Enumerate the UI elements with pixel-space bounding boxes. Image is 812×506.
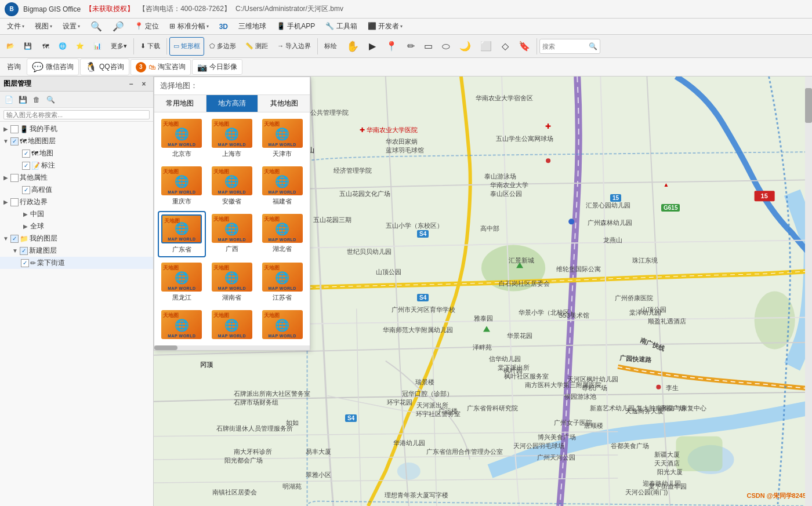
tb-diamond[interactable]: ◇ — [497, 37, 513, 56]
layer-save-btn[interactable]: 💾 — [16, 93, 29, 106]
menu-zoom-out[interactable]: 🔎 — [108, 19, 129, 34]
check-annotation[interactable] — [22, 162, 30, 170]
tree-admin-boundary[interactable]: ▶ 行政边界 — [0, 196, 153, 208]
map-item-guangxi[interactable]: 天地图 🌐 MAP WORLD 广西 — [208, 211, 256, 257]
tab-local[interactable]: 地方高清 — [206, 95, 258, 112]
tb-star[interactable]: ⭐ — [72, 37, 88, 56]
tree-map[interactable]: 🗺 地图 — [0, 147, 153, 159]
expander-new-layer[interactable]: ▼ — [12, 247, 19, 254]
btn-wechat[interactable]: 💬 微信咨询 — [27, 59, 79, 75]
scrollbar-bottom[interactable] — [154, 345, 310, 350]
menu-settings[interactable]: 设置▾ — [58, 19, 85, 34]
expander-my-layers[interactable]: ▼ — [2, 235, 9, 242]
map-item-beijing[interactable]: 天地图 🌐 MAP WORLD 北京市 — [158, 116, 206, 161]
expander-admin[interactable]: ▶ — [2, 199, 9, 205]
map-item-r5-2[interactable]: 天地图 🌐 MAP WORLD — [208, 307, 256, 342]
layer-search-input[interactable] — [3, 110, 150, 119]
tb-circle[interactable]: ⬭ — [438, 37, 454, 56]
tb-more[interactable]: 📊 — [89, 37, 106, 56]
tab-other[interactable]: 其他地图 — [258, 95, 310, 112]
tb-save[interactable]: 💾 — [20, 37, 36, 56]
menu-zoom-in[interactable]: 🔍 — [86, 19, 107, 34]
tree-my-phone[interactable]: ▶ 📱 我的手机 — [0, 123, 153, 135]
layer-close-icon[interactable]: × — [138, 78, 150, 90]
tree-new-layer[interactable]: ▼ 新建图层 — [0, 245, 153, 257]
map-item-tianjin[interactable]: 天地图 🌐 MAP WORLD 天津市 — [258, 116, 306, 161]
tree-elevation[interactable]: 高程值 — [0, 184, 153, 196]
layer-collapse-icon[interactable]: − — [125, 78, 137, 90]
map-item-jiangsu[interactable]: 天地图 🌐 MAP WORLD 江苏省 — [258, 260, 306, 305]
menu-dev[interactable]: ⬛ 开发者▾ — [363, 19, 407, 34]
tb-select[interactable]: ▶ — [364, 37, 380, 56]
btn-today-image[interactable]: 📷 今日影像 — [192, 59, 242, 75]
tree-map-layer[interactable]: ▼ 🗺 地图图层 — [0, 135, 153, 147]
btn-qq[interactable]: 🐧 QQ咨询 — [80, 59, 129, 75]
map-item-heilongjiang[interactable]: 天地图 🌐 MAP WORLD 黑龙江 — [158, 260, 206, 305]
tree-china[interactable]: ▶ 中国 — [0, 208, 153, 220]
tb-rect[interactable]: ▭ 矩形框 — [169, 37, 204, 56]
tb-square[interactable]: ⬜ — [476, 37, 496, 56]
tb-pencil[interactable]: ✏ — [403, 37, 419, 56]
layer-delete-btn[interactable]: 🗑 — [30, 93, 43, 106]
tb-download[interactable]: ⬇ 下载 — [136, 37, 164, 56]
map-item-chongqing[interactable]: 天地图 🌐 MAP WORLD 重庆市 — [158, 163, 206, 209]
btn-taobao[interactable]: 3 🛍 淘宝咨询 — [130, 59, 191, 75]
tree-annotation[interactable]: 📝 标注 — [0, 159, 153, 172]
tb-import[interactable]: → 导入边界 — [273, 37, 315, 56]
tb-open[interactable]: 📂 — [2, 37, 19, 56]
check-map-layer[interactable] — [10, 137, 19, 145]
expander-phone[interactable]: ▶ — [2, 126, 9, 132]
expander-map-layer[interactable]: ▼ — [2, 138, 9, 144]
check-phone[interactable] — [10, 125, 19, 133]
tb-label-icon[interactable]: 🔖 — [514, 37, 534, 56]
tb-pin[interactable]: 📍 — [382, 37, 401, 56]
expander-world[interactable]: ▶ — [22, 223, 29, 230]
search-icon[interactable]: 🔍 — [589, 42, 597, 50]
tree-other-props[interactable]: ▶ 其他属性 — [0, 172, 153, 184]
tb-map[interactable]: 🗺 — [37, 37, 53, 56]
tab-common[interactable]: 常用地图 — [154, 95, 206, 112]
map-item-shanghai[interactable]: 天地图 🌐 MAP WORLD 上海市 — [208, 116, 256, 161]
tb-polygon[interactable]: ⬠ 多边形 — [205, 37, 240, 56]
map-item-fujian[interactable]: 天地图 🌐 MAP WORLD 福建省 — [258, 163, 306, 209]
tree-tianhe-street[interactable]: ✏ 棠下街道 — [0, 257, 153, 269]
map-scrollbar-v[interactable] — [805, 77, 812, 506]
check-tianhe[interactable] — [21, 259, 29, 267]
tree-world[interactable]: ▶ 全球 — [0, 220, 153, 232]
check-admin[interactable] — [10, 198, 19, 206]
map-scrollbar-thumb-v[interactable] — [805, 88, 812, 123]
check-other[interactable] — [10, 174, 19, 182]
tb-rect2[interactable]: ▭ — [420, 37, 437, 56]
menu-file[interactable]: 文件▾ — [2, 19, 29, 34]
tb-measure[interactable]: 📏 测距 — [241, 37, 272, 56]
map-item-hubei[interactable]: 天地图 🌐 MAP WORLD 湖北省 — [258, 211, 306, 257]
map-panel[interactable]: 15 ✚ ▲ ✚ 华南农业大学医院 公共管理学院 华南农业大学宿舍区 五山 分子… — [154, 77, 812, 506]
scrollbar-thumb[interactable] — [154, 345, 177, 350]
map-item-r5-1[interactable]: 天地图 🌐 MAP WORLD — [158, 307, 206, 342]
check-my-layers[interactable] — [10, 235, 19, 243]
menu-3d[interactable]: 3D — [215, 20, 233, 33]
menu-app[interactable]: 📱 手机APP — [272, 19, 320, 34]
expander-other[interactable]: ▶ — [2, 174, 9, 181]
tb-crescent[interactable]: 🌙 — [455, 37, 475, 56]
menu-locate[interactable]: 📍 定位 — [130, 19, 164, 34]
menu-view[interactable]: 视图▾ — [30, 19, 57, 34]
tb-more-btn[interactable]: 更多▾ — [107, 37, 131, 56]
map-item-r5-3[interactable]: 天地图 🌐 MAP WORLD — [258, 307, 306, 342]
map-item-anhui[interactable]: 天地图 🌐 MAP WORLD 安徽省 — [208, 163, 256, 209]
check-map[interactable] — [22, 150, 30, 158]
map-item-guangdong[interactable]: 天地图 🌐 MAP WORLD 广东省 — [158, 211, 206, 257]
menu-standard[interactable]: ⊞ 标准分幅▾ — [165, 19, 213, 34]
tb-pan[interactable]: ✋ — [342, 37, 363, 56]
layer-search-btn[interactable]: 🔍 — [44, 93, 57, 106]
check-elevation[interactable] — [22, 186, 30, 194]
layer-new-btn[interactable]: 📄 — [2, 93, 15, 106]
menu-toolbox[interactable]: 🔧 工具箱 — [321, 19, 361, 34]
expander-china[interactable]: ▶ — [22, 211, 29, 217]
check-new-layer[interactable] — [20, 247, 28, 255]
menu-3d-earth[interactable]: 三维地球 — [234, 19, 271, 34]
tb-net[interactable]: 🌐 — [55, 37, 71, 56]
search-input[interactable] — [542, 43, 589, 50]
map-item-hunan[interactable]: 天地图 🌐 MAP WORLD 湖南省 — [208, 260, 256, 305]
tree-my-layers[interactable]: ▼ 📁 我的图层 — [0, 232, 153, 245]
